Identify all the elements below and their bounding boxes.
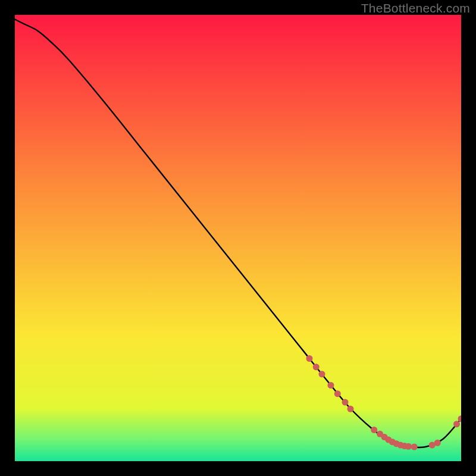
data-marker bbox=[319, 371, 325, 377]
data-marker bbox=[411, 444, 418, 450]
data-marker bbox=[328, 382, 334, 389]
data-marker bbox=[405, 443, 412, 450]
data-marker bbox=[342, 399, 349, 406]
data-marker bbox=[371, 427, 377, 433]
bottleneck-chart bbox=[15, 15, 461, 461]
chart-frame: TheBottleneck.com bbox=[0, 0, 476, 476]
data-marker bbox=[434, 440, 441, 446]
data-marker bbox=[453, 421, 460, 427]
data-marker bbox=[334, 390, 341, 397]
gradient-background bbox=[15, 15, 461, 461]
data-marker bbox=[306, 355, 313, 362]
watermark-text: TheBottleneck.com bbox=[361, 1, 470, 15]
data-marker bbox=[347, 406, 354, 412]
data-marker bbox=[313, 364, 320, 370]
